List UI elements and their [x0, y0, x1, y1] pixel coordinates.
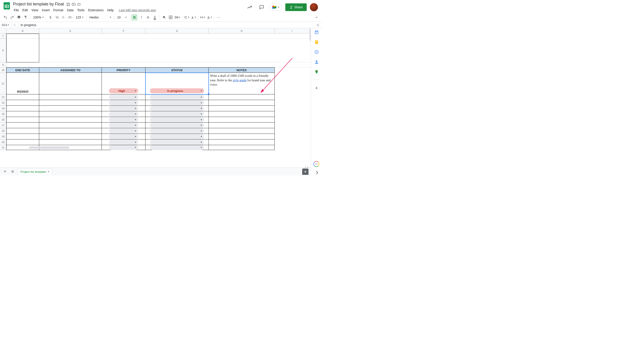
menu-extensions[interactable]: Extensions — [86, 8, 105, 13]
cell-priority[interactable]: High▼ — [102, 73, 146, 94]
menu-file[interactable]: File — [12, 8, 20, 13]
priority-chip-empty[interactable]: ▼ — [109, 112, 138, 117]
comment-icon[interactable] — [257, 3, 266, 12]
add-addon-icon[interactable]: + — [314, 85, 319, 90]
status-chip-empty[interactable]: ▼ — [150, 145, 204, 150]
star-icon[interactable] — [66, 2, 70, 6]
status-chip-empty[interactable]: ▼ — [150, 100, 204, 105]
side-panel-expand[interactable]: ❯ — [316, 171, 318, 174]
col-header-i[interactable]: I — [275, 28, 310, 33]
menu-data[interactable]: Data — [65, 8, 75, 13]
maps-icon[interactable] — [314, 70, 319, 74]
cell-notes[interactable]: Write a draft of 1000-1500 words in a fr… — [209, 73, 275, 94]
collapse-toolbar-button[interactable] — [314, 14, 320, 21]
italic-button[interactable]: I — [138, 14, 144, 21]
priority-chip-empty[interactable]: ▼ — [109, 100, 138, 105]
cell[interactable] — [209, 117, 275, 123]
cell[interactable]: ▼ — [146, 106, 209, 111]
cell[interactable]: ▼ — [146, 123, 209, 128]
cell[interactable] — [6, 128, 39, 134]
vertical-scrollbar[interactable] — [310, 29, 311, 163]
font-select[interactable]: Heebo▼ — [88, 15, 113, 20]
status-chip-empty[interactable]: ▼ — [150, 128, 204, 133]
select-all-corner[interactable] — [0, 28, 6, 33]
menu-view[interactable]: View — [30, 8, 40, 13]
row-header[interactable]: 15 — [0, 111, 6, 117]
cell[interactable] — [6, 106, 39, 111]
row-header[interactable]: 10 — [0, 67, 6, 73]
more-button[interactable]: ⋯ — [216, 14, 222, 21]
increase-decimal-button[interactable]: .00→ — [68, 14, 74, 21]
meet-button[interactable]: ▼ — [269, 4, 282, 11]
cell[interactable]: ▼ — [146, 128, 209, 134]
cell-end-date[interactable]: 8/2/2023 — [6, 73, 39, 94]
cell-assigned-to[interactable] — [39, 73, 102, 94]
cell[interactable]: ▼ — [102, 111, 146, 117]
menu-help[interactable]: Help — [106, 8, 115, 13]
calendar-icon[interactable]: 31 — [314, 30, 319, 35]
row-header[interactable]: 16 — [0, 117, 6, 123]
cell[interactable]: ▼ — [102, 106, 146, 111]
zoom-select[interactable]: 100%▼ — [32, 15, 44, 20]
number-format-select[interactable]: 123▼ — [74, 15, 85, 20]
col-header-e[interactable]: E — [39, 28, 102, 33]
explore-button[interactable] — [302, 169, 308, 175]
row-header[interactable]: 17 — [0, 123, 6, 128]
cell[interactable] — [209, 128, 275, 134]
status-chip-empty[interactable]: ▼ — [150, 140, 204, 145]
borders-button[interactable] — [168, 14, 174, 21]
row-header[interactable]: 14 — [0, 106, 6, 111]
cell[interactable] — [209, 106, 275, 111]
percent-button[interactable]: % — [54, 14, 60, 21]
cell[interactable] — [39, 94, 102, 100]
cell[interactable] — [6, 117, 39, 123]
status-chip-empty[interactable]: ▼ — [150, 123, 204, 128]
sheet-area[interactable]: D E F G H I 7 8 9 10 11 12 13 14 15 16 1… — [0, 28, 311, 170]
name-box[interactable]: G11▼ — [0, 22, 11, 28]
undo-button[interactable] — [2, 14, 8, 21]
menu-tools[interactable]: Tools — [76, 8, 86, 13]
col-header-d[interactable]: D — [6, 28, 39, 33]
col-header-g[interactable]: G — [146, 28, 209, 33]
text-rotation-button[interactable]: ▼ — [206, 14, 212, 21]
col-header-h[interactable]: H — [209, 28, 275, 33]
cell[interactable] — [39, 111, 102, 117]
cell[interactable]: ▼ — [146, 100, 209, 106]
user-avatar[interactable] — [310, 3, 318, 11]
cell[interactable]: ▼ — [102, 123, 146, 128]
cell[interactable] — [209, 134, 275, 139]
iris-icon[interactable] — [314, 161, 319, 167]
cell[interactable]: ▼ — [146, 117, 209, 123]
status-chip-empty[interactable]: ▼ — [150, 95, 204, 100]
cell[interactable] — [209, 145, 275, 150]
keep-icon[interactable] — [314, 40, 319, 44]
currency-button[interactable]: $ — [47, 14, 54, 21]
status-chip[interactable]: In progress▼ — [150, 88, 204, 93]
cell[interactable] — [6, 134, 39, 139]
col-header-f[interactable]: F — [102, 28, 146, 33]
priority-chip-empty[interactable]: ▼ — [109, 95, 138, 100]
cell[interactable]: ▼ — [102, 139, 146, 145]
strikethrough-button[interactable]: S — [145, 14, 151, 21]
row-header[interactable]: 18 — [0, 128, 6, 134]
row-header[interactable]: 20 — [0, 139, 6, 145]
cell[interactable] — [39, 139, 102, 145]
menu-insert[interactable]: Insert — [40, 8, 51, 13]
redo-button[interactable] — [9, 14, 15, 21]
row-header[interactable]: 19 — [0, 134, 6, 139]
cell[interactable]: ▼ — [102, 117, 146, 123]
cell[interactable] — [39, 134, 102, 139]
print-button[interactable] — [16, 14, 22, 21]
priority-chip-empty[interactable]: ▼ — [109, 106, 138, 111]
merge-button[interactable]: ▼ — [174, 14, 180, 21]
cell[interactable] — [6, 139, 39, 145]
row-header[interactable]: 8 — [0, 39, 6, 62]
cell[interactable] — [209, 111, 275, 117]
formula-bar-toggle[interactable] — [316, 24, 319, 26]
all-sheets-button[interactable]: ≡ — [10, 169, 15, 174]
font-size-select[interactable]: 10▼ — [116, 15, 128, 20]
row-header[interactable]: 13 — [0, 100, 6, 106]
cell[interactable]: ▼ — [102, 134, 146, 139]
row-header[interactable]: 12 — [0, 94, 6, 100]
row-header[interactable]: 11 — [0, 73, 6, 94]
